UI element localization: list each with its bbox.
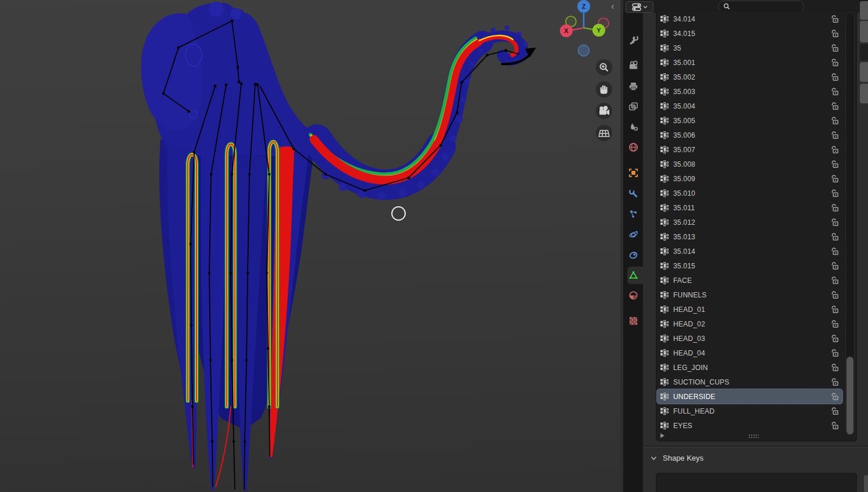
vertex-group-row[interactable]: 34.015 <box>657 26 842 41</box>
vertex-group-icon <box>660 73 669 81</box>
unlocked-icon[interactable] <box>831 290 839 299</box>
editor-type-button[interactable] <box>626 1 653 13</box>
vertex-group-icon <box>660 335 669 343</box>
vertex-group-row[interactable]: 35.009 <box>657 171 842 186</box>
vertex-group-name: EYES <box>673 422 831 430</box>
list-resize-grip[interactable] <box>748 434 759 438</box>
unlocked-icon[interactable] <box>831 203 839 212</box>
unlocked-icon[interactable] <box>831 174 839 183</box>
unlocked-icon[interactable] <box>831 44 839 52</box>
tab-particles[interactable] <box>625 206 641 222</box>
vertex-group-row[interactable]: 35.012 <box>657 215 842 229</box>
vertex-group-row[interactable]: FUNNELS <box>657 288 842 302</box>
view-navigation-gizmo[interactable]: Z X Y <box>552 0 616 64</box>
unlocked-icon[interactable] <box>831 87 839 96</box>
vertex-group-row[interactable]: 35 <box>657 41 842 55</box>
tab-object[interactable] <box>625 164 641 181</box>
unlocked-icon[interactable] <box>831 247 839 256</box>
tab-output[interactable] <box>625 78 641 94</box>
tab-material[interactable] <box>625 287 641 303</box>
tab-view-layer[interactable] <box>625 98 641 114</box>
vertex-group-row[interactable]: 34.014 <box>657 12 842 26</box>
unlocked-icon[interactable] <box>831 392 839 401</box>
vertex-group-row[interactable]: UNDERSIDE <box>657 389 842 404</box>
unlocked-icon[interactable] <box>831 73 839 81</box>
tab-modifiers[interactable] <box>625 185 641 202</box>
vertex-group-remove-button-partial[interactable] <box>860 21 868 42</box>
unlocked-icon[interactable] <box>831 407 839 415</box>
vertex-group-icon <box>660 88 669 96</box>
vertex-group-row[interactable]: FULL_HEAD <box>657 404 842 418</box>
vertex-group-specials-button-partial[interactable] <box>860 44 868 60</box>
camera-view-button[interactable] <box>596 103 612 119</box>
unlocked-icon[interactable] <box>831 189 839 197</box>
tab-render[interactable] <box>625 57 641 73</box>
unlocked-icon[interactable] <box>831 276 839 285</box>
vertex-group-row[interactable]: 35.013 <box>657 229 842 244</box>
vertex-group-row[interactable]: 35.008 <box>657 157 842 171</box>
list-scrollbar-thumb[interactable] <box>846 357 853 434</box>
unlocked-icon[interactable] <box>831 319 839 328</box>
vertex-group-row[interactable]: 35.004 <box>657 99 842 113</box>
expand-triangle-icon[interactable] <box>660 433 665 439</box>
vertex-group-name: SUCTION_CUPS <box>673 378 831 386</box>
tab-object-data[interactable] <box>625 267 641 283</box>
vertex-group-move-down-button-partial[interactable] <box>860 84 868 103</box>
vertex-group-move-up-button-partial[interactable] <box>860 62 868 82</box>
vertex-group-row[interactable]: 35.010 <box>657 186 842 200</box>
unlocked-icon[interactable] <box>831 232 839 241</box>
vertex-group-row[interactable]: HEAD_04 <box>657 346 842 360</box>
unlocked-icon[interactable] <box>831 218 839 227</box>
search-input[interactable] <box>730 3 798 10</box>
vertex-group-row[interactable]: FACE <box>657 273 842 288</box>
zoom-button[interactable] <box>596 59 612 76</box>
unlocked-icon[interactable] <box>831 160 839 168</box>
unlocked-icon[interactable] <box>831 349 839 357</box>
tab-world[interactable] <box>625 139 641 155</box>
render-camera-icon <box>628 60 639 71</box>
tab-texture[interactable] <box>625 313 641 329</box>
unlocked-icon[interactable] <box>831 58 839 67</box>
unlocked-icon[interactable] <box>831 29 839 38</box>
unlocked-icon[interactable] <box>831 363 839 372</box>
shape-keys-panel-header[interactable]: Shape Keys <box>651 454 703 462</box>
vertex-group-row[interactable]: HEAD_02 <box>657 317 842 331</box>
perspective-toggle-button[interactable] <box>596 125 612 141</box>
unlocked-icon[interactable] <box>831 131 839 139</box>
vertex-group-row[interactable]: LEG_JOIN <box>657 360 842 375</box>
list-scrollbar[interactable] <box>845 12 855 432</box>
vertex-group-row[interactable]: 35.014 <box>657 244 842 258</box>
vertex-group-row[interactable]: 35.011 <box>657 200 842 215</box>
unlocked-icon[interactable] <box>831 421 839 430</box>
unlocked-icon[interactable] <box>831 15 839 23</box>
vertex-group-row[interactable]: 35.005 <box>657 113 842 128</box>
vertex-group-row[interactable]: 35.002 <box>657 70 842 84</box>
vertex-group-row[interactable]: SUCTION_CUPS <box>657 375 842 389</box>
unlocked-icon[interactable] <box>831 261 839 270</box>
unlocked-icon[interactable] <box>831 145 839 154</box>
tab-physics[interactable] <box>625 226 641 242</box>
vertex-group-row[interactable]: 35.015 <box>657 258 842 273</box>
tab-tool[interactable] <box>625 31 641 48</box>
tab-constraints[interactable] <box>625 246 641 263</box>
unlocked-icon[interactable] <box>831 102 839 110</box>
shape-keys-add-button-partial[interactable] <box>864 475 868 492</box>
vertex-group-icon <box>660 131 669 139</box>
vertex-groups-list[interactable]: 34.014 34.015 <box>656 10 857 441</box>
unlocked-icon[interactable] <box>831 334 839 343</box>
unlocked-icon[interactable] <box>831 116 839 125</box>
collapse-panel-arrow[interactable]: ‹ <box>611 1 615 12</box>
vertex-group-row[interactable]: HEAD_03 <box>657 331 842 346</box>
vertex-group-row[interactable]: 35.001 <box>657 55 842 70</box>
pan-view-button[interactable] <box>596 81 612 98</box>
unlocked-icon[interactable] <box>831 305 839 314</box>
vertex-group-row[interactable]: 35.007 <box>657 142 842 157</box>
vertex-group-row[interactable]: HEAD_01 <box>657 302 842 317</box>
vertex-group-row[interactable]: 35.003 <box>657 84 842 99</box>
shape-keys-list[interactable] <box>656 473 857 492</box>
vertex-group-add-button-partial[interactable] <box>860 1 868 20</box>
tab-scene[interactable] <box>625 118 641 135</box>
unlocked-icon[interactable] <box>831 378 839 386</box>
vertex-group-row[interactable]: 35.006 <box>657 128 842 142</box>
3d-viewport[interactable]: Z X Y <box>0 0 620 492</box>
